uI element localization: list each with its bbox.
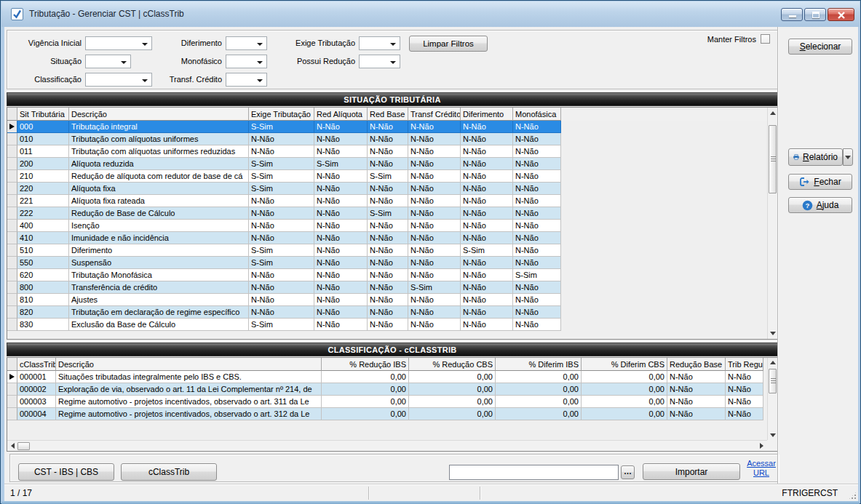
row-indicator (7, 207, 17, 220)
scrollbar-thumb[interactable] (17, 442, 30, 450)
cell: N-Não (368, 319, 408, 331)
cell: Redução de Base de Cálculo (69, 207, 249, 220)
cell: S-Sim (368, 207, 408, 220)
row-indicator (7, 319, 17, 331)
cell: S-Sim (249, 244, 314, 257)
ajuda-button[interactable]: ? Ajuda (788, 197, 852, 213)
cell: N-Não (408, 121, 461, 133)
cell: N-Não (461, 220, 513, 232)
cell: N-Não (408, 306, 461, 319)
possui-reducao-combo[interactable] (359, 55, 400, 68)
table-row[interactable]: 000Tributação integralS-SimN-NãoN-NãoN-N… (7, 121, 767, 133)
cell: N-Não (314, 121, 368, 133)
table-row[interactable]: 410Imunidade e não incidênciaN-NãoN-NãoN… (7, 232, 767, 244)
horizontal-scrollbar[interactable] (7, 440, 767, 451)
relatorio-button[interactable]: Relatório (788, 148, 843, 166)
cell: N-Não (461, 269, 513, 281)
cell: N-Não (368, 220, 408, 232)
vertical-scrollbar[interactable] (767, 358, 777, 440)
scrollbar-thumb[interactable] (769, 125, 777, 193)
cell: Tributação em declaração de regime espec… (69, 306, 249, 319)
diferimento-combo[interactable] (226, 36, 267, 50)
exige-tributacao-combo[interactable] (359, 36, 400, 50)
chevron-down-icon (845, 156, 851, 159)
cst-ibs-cbs-button[interactable]: CST - IBS | CBS (18, 463, 114, 481)
cell: N-Não (667, 396, 726, 408)
scroll-up-icon[interactable] (770, 111, 776, 115)
cell: S-Sim (368, 170, 408, 183)
table-row[interactable]: 221Alíquota fixa rateadaN-NãoN-NãoN-NãoN… (7, 195, 767, 207)
cell: N-Não (667, 408, 726, 420)
browse-button[interactable]: … (621, 465, 635, 479)
titlebar[interactable]: Tributação - Gerenciar CST | cClassTrib (1, 1, 860, 27)
cell: N-Não (408, 269, 461, 281)
cell: N-Não (461, 195, 513, 207)
table-row[interactable]: 210Redução de alíquota com redutor de ba… (7, 170, 767, 183)
acessar-url-link[interactable]: Acessar URL (744, 459, 779, 478)
cell: S-Sim (249, 158, 314, 170)
close-button[interactable] (828, 8, 854, 21)
cclasstrib-button[interactable]: cClassTrib (121, 463, 217, 481)
maximize-button[interactable] (804, 8, 826, 21)
cell: N-Não (513, 306, 561, 319)
cell: N-Não (513, 121, 561, 133)
cell: 011 (17, 145, 69, 158)
table-row[interactable]: 800Transferência de créditoN-NãoN-NãoN-N… (7, 281, 767, 294)
scrollbar-thumb[interactable] (769, 369, 777, 393)
table-row[interactable]: 200Alíquota reduzidaS-SimS-SimN-NãoN-Não… (7, 158, 767, 170)
vertical-scrollbar[interactable] (767, 108, 777, 339)
monofasico-combo[interactable] (226, 55, 267, 68)
cell: N-Não (461, 281, 513, 294)
cell: N-Não (408, 158, 461, 170)
row-indicator (7, 170, 17, 183)
table-row[interactable]: 400IsençãoN-NãoN-NãoN-NãoN-NãoN-NãoN-Não (7, 220, 767, 232)
cell: 0,00 (582, 408, 667, 420)
scroll-up-icon[interactable] (770, 361, 776, 364)
row-indicator (7, 145, 17, 158)
cell: N-Não (461, 306, 513, 319)
record-counter: 1 / 17 (10, 488, 32, 498)
cell: N-Não (461, 207, 513, 220)
chevron-down-icon (390, 43, 396, 46)
table-row[interactable]: 010Tributação com alíquotas uniformesN-N… (7, 133, 767, 145)
resize-grip[interactable] (848, 491, 857, 500)
scroll-down-icon[interactable] (770, 433, 776, 437)
fechar-button[interactable]: Fechar (788, 174, 852, 190)
minimize-button[interactable] (781, 8, 803, 21)
classificacao-combo[interactable] (85, 73, 152, 87)
importar-button[interactable]: Importar (643, 463, 740, 480)
cell: 0,00 (322, 408, 409, 420)
table-row[interactable]: 000001Situações tributadas integralmente… (7, 371, 767, 383)
table-row[interactable]: 810AjustesN-NãoN-NãoN-NãoN-NãoN-NãoN-Não (7, 294, 767, 306)
table-row[interactable]: 820Tributação em declaração de regime es… (7, 306, 767, 319)
table-row[interactable]: 620Tributação MonofásicaN-NãoN-NãoN-NãoN… (7, 269, 767, 281)
url-input[interactable] (449, 465, 619, 480)
table-row[interactable]: 510DiferimentoS-SimN-NãoN-NãoN-NãoS-SimN… (7, 244, 767, 257)
vigencia-inicial-combo[interactable] (85, 36, 152, 50)
row-indicator (7, 396, 17, 408)
exit-icon (799, 177, 810, 187)
table-row[interactable]: 000003Regime automotivo - projetos incen… (7, 396, 767, 408)
cell: S-Sim (249, 183, 314, 195)
cell: 550 (17, 257, 69, 269)
table-row[interactable]: 830Exclusão da Base de CálculoS-SimN-Não… (7, 319, 767, 331)
table-row[interactable]: 000004Regime automotivo - projetos incen… (7, 408, 767, 420)
table-row[interactable]: 011Tributação com alíquotas uniformes re… (7, 145, 767, 158)
cell: Tributação Monofásica (69, 269, 249, 281)
transf-credito-combo[interactable] (226, 73, 267, 87)
relatorio-dropdown-button[interactable] (843, 148, 853, 166)
table-row[interactable]: 222Redução de Base de CálculoN-NãoN-NãoS… (7, 207, 767, 220)
cell: N-Não (513, 207, 561, 220)
situacao-combo[interactable] (85, 55, 131, 68)
table-row[interactable]: 220Alíquota fixaS-SimN-NãoN-NãoN-NãoN-Nã… (7, 183, 767, 195)
scroll-left-icon[interactable] (11, 443, 15, 449)
clear-filters-button[interactable]: Limpar Filtros (409, 36, 488, 52)
column-header: Descrição (56, 358, 322, 371)
selecionar-button[interactable]: Selecionar (788, 39, 852, 55)
table-row[interactable]: 550SuspensãoS-SimN-NãoN-NãoN-NãoN-NãoN-N… (7, 257, 767, 269)
keep-filters-checkbox[interactable] (761, 34, 770, 44)
scroll-right-icon[interactable] (760, 443, 763, 449)
scroll-down-icon[interactable] (770, 332, 776, 335)
cell: 200 (17, 158, 69, 170)
table-row[interactable]: 000002Exploração de via, observado o art… (7, 383, 767, 396)
